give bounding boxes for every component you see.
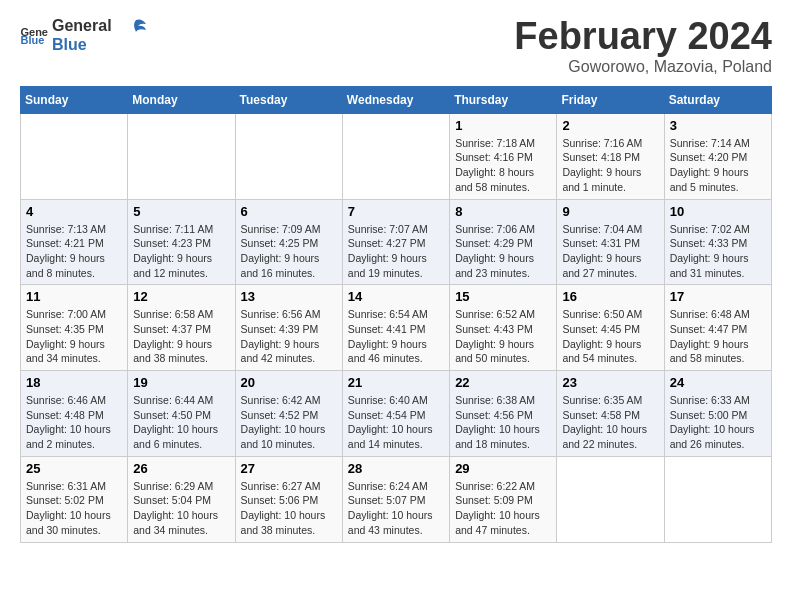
calendar-cell <box>557 456 664 542</box>
day-info: Sunrise: 7:11 AM Sunset: 4:23 PM Dayligh… <box>133 222 229 281</box>
calendar-cell: 10Sunrise: 7:02 AM Sunset: 4:33 PM Dayli… <box>664 199 771 285</box>
day-info: Sunrise: 7:18 AM Sunset: 4:16 PM Dayligh… <box>455 136 551 195</box>
day-number: 20 <box>241 375 337 390</box>
day-info: Sunrise: 6:22 AM Sunset: 5:09 PM Dayligh… <box>455 479 551 538</box>
day-info: Sunrise: 6:44 AM Sunset: 4:50 PM Dayligh… <box>133 393 229 452</box>
day-number: 1 <box>455 118 551 133</box>
title-block: February 2024 Goworowo, Mazovia, Poland <box>514 16 772 76</box>
weekday-saturday: Saturday <box>664 86 771 113</box>
subtitle: Goworowo, Mazovia, Poland <box>514 58 772 76</box>
calendar-cell: 8Sunrise: 7:06 AM Sunset: 4:29 PM Daylig… <box>450 199 557 285</box>
calendar-cell: 6Sunrise: 7:09 AM Sunset: 4:25 PM Daylig… <box>235 199 342 285</box>
logo-blue-text: Blue <box>52 35 112 54</box>
calendar-cell: 2Sunrise: 7:16 AM Sunset: 4:18 PM Daylig… <box>557 113 664 199</box>
day-info: Sunrise: 6:42 AM Sunset: 4:52 PM Dayligh… <box>241 393 337 452</box>
day-number: 15 <box>455 289 551 304</box>
weekday-wednesday: Wednesday <box>342 86 449 113</box>
day-info: Sunrise: 7:13 AM Sunset: 4:21 PM Dayligh… <box>26 222 122 281</box>
week-row-4: 18Sunrise: 6:46 AM Sunset: 4:48 PM Dayli… <box>21 371 772 457</box>
calendar-cell: 26Sunrise: 6:29 AM Sunset: 5:04 PM Dayli… <box>128 456 235 542</box>
day-number: 18 <box>26 375 122 390</box>
weekday-friday: Friday <box>557 86 664 113</box>
day-info: Sunrise: 7:00 AM Sunset: 4:35 PM Dayligh… <box>26 307 122 366</box>
day-info: Sunrise: 6:35 AM Sunset: 4:58 PM Dayligh… <box>562 393 658 452</box>
day-number: 28 <box>348 461 444 476</box>
calendar-cell: 13Sunrise: 6:56 AM Sunset: 4:39 PM Dayli… <box>235 285 342 371</box>
calendar-body: 1Sunrise: 7:18 AM Sunset: 4:16 PM Daylig… <box>21 113 772 542</box>
day-info: Sunrise: 6:24 AM Sunset: 5:07 PM Dayligh… <box>348 479 444 538</box>
day-number: 10 <box>670 204 766 219</box>
calendar-cell <box>21 113 128 199</box>
calendar-cell: 14Sunrise: 6:54 AM Sunset: 4:41 PM Dayli… <box>342 285 449 371</box>
day-info: Sunrise: 6:54 AM Sunset: 4:41 PM Dayligh… <box>348 307 444 366</box>
calendar-cell: 4Sunrise: 7:13 AM Sunset: 4:21 PM Daylig… <box>21 199 128 285</box>
day-info: Sunrise: 6:56 AM Sunset: 4:39 PM Dayligh… <box>241 307 337 366</box>
week-row-5: 25Sunrise: 6:31 AM Sunset: 5:02 PM Dayli… <box>21 456 772 542</box>
day-number: 16 <box>562 289 658 304</box>
day-number: 23 <box>562 375 658 390</box>
svg-text:Blue: Blue <box>20 34 44 46</box>
calendar-cell: 25Sunrise: 6:31 AM Sunset: 5:02 PM Dayli… <box>21 456 128 542</box>
day-number: 17 <box>670 289 766 304</box>
calendar-cell: 15Sunrise: 6:52 AM Sunset: 4:43 PM Dayli… <box>450 285 557 371</box>
day-info: Sunrise: 6:31 AM Sunset: 5:02 PM Dayligh… <box>26 479 122 538</box>
day-number: 2 <box>562 118 658 133</box>
day-number: 5 <box>133 204 229 219</box>
day-number: 7 <box>348 204 444 219</box>
logo: General Blue General Blue <box>20 16 148 54</box>
main-title: February 2024 <box>514 16 772 58</box>
day-number: 19 <box>133 375 229 390</box>
week-row-1: 1Sunrise: 7:18 AM Sunset: 4:16 PM Daylig… <box>21 113 772 199</box>
calendar-table: SundayMondayTuesdayWednesdayThursdayFrid… <box>20 86 772 543</box>
day-number: 11 <box>26 289 122 304</box>
day-info: Sunrise: 7:16 AM Sunset: 4:18 PM Dayligh… <box>562 136 658 195</box>
day-info: Sunrise: 6:29 AM Sunset: 5:04 PM Dayligh… <box>133 479 229 538</box>
calendar-cell: 12Sunrise: 6:58 AM Sunset: 4:37 PM Dayli… <box>128 285 235 371</box>
day-info: Sunrise: 6:33 AM Sunset: 5:00 PM Dayligh… <box>670 393 766 452</box>
calendar-cell: 7Sunrise: 7:07 AM Sunset: 4:27 PM Daylig… <box>342 199 449 285</box>
calendar-cell: 3Sunrise: 7:14 AM Sunset: 4:20 PM Daylig… <box>664 113 771 199</box>
day-number: 25 <box>26 461 122 476</box>
day-info: Sunrise: 6:58 AM Sunset: 4:37 PM Dayligh… <box>133 307 229 366</box>
calendar-cell: 29Sunrise: 6:22 AM Sunset: 5:09 PM Dayli… <box>450 456 557 542</box>
day-info: Sunrise: 6:40 AM Sunset: 4:54 PM Dayligh… <box>348 393 444 452</box>
weekday-thursday: Thursday <box>450 86 557 113</box>
day-number: 22 <box>455 375 551 390</box>
day-info: Sunrise: 6:50 AM Sunset: 4:45 PM Dayligh… <box>562 307 658 366</box>
day-number: 4 <box>26 204 122 219</box>
day-number: 21 <box>348 375 444 390</box>
day-info: Sunrise: 7:02 AM Sunset: 4:33 PM Dayligh… <box>670 222 766 281</box>
calendar-cell: 19Sunrise: 6:44 AM Sunset: 4:50 PM Dayli… <box>128 371 235 457</box>
calendar-cell: 5Sunrise: 7:11 AM Sunset: 4:23 PM Daylig… <box>128 199 235 285</box>
calendar-cell: 17Sunrise: 6:48 AM Sunset: 4:47 PM Dayli… <box>664 285 771 371</box>
calendar-cell: 27Sunrise: 6:27 AM Sunset: 5:06 PM Dayli… <box>235 456 342 542</box>
day-number: 13 <box>241 289 337 304</box>
day-number: 8 <box>455 204 551 219</box>
week-row-2: 4Sunrise: 7:13 AM Sunset: 4:21 PM Daylig… <box>21 199 772 285</box>
day-number: 9 <box>562 204 658 219</box>
day-info: Sunrise: 6:48 AM Sunset: 4:47 PM Dayligh… <box>670 307 766 366</box>
calendar-cell: 18Sunrise: 6:46 AM Sunset: 4:48 PM Dayli… <box>21 371 128 457</box>
day-number: 29 <box>455 461 551 476</box>
calendar-header: SundayMondayTuesdayWednesdayThursdayFrid… <box>21 86 772 113</box>
day-info: Sunrise: 7:04 AM Sunset: 4:31 PM Dayligh… <box>562 222 658 281</box>
day-info: Sunrise: 6:46 AM Sunset: 4:48 PM Dayligh… <box>26 393 122 452</box>
week-row-3: 11Sunrise: 7:00 AM Sunset: 4:35 PM Dayli… <box>21 285 772 371</box>
calendar-cell: 1Sunrise: 7:18 AM Sunset: 4:16 PM Daylig… <box>450 113 557 199</box>
day-info: Sunrise: 7:14 AM Sunset: 4:20 PM Dayligh… <box>670 136 766 195</box>
day-info: Sunrise: 7:06 AM Sunset: 4:29 PM Dayligh… <box>455 222 551 281</box>
day-number: 14 <box>348 289 444 304</box>
header: General Blue General Blue February 2024 … <box>20 16 772 76</box>
weekday-sunday: Sunday <box>21 86 128 113</box>
logo-general-text: General <box>52 16 112 35</box>
day-number: 12 <box>133 289 229 304</box>
calendar-cell <box>128 113 235 199</box>
calendar-cell: 23Sunrise: 6:35 AM Sunset: 4:58 PM Dayli… <box>557 371 664 457</box>
weekday-tuesday: Tuesday <box>235 86 342 113</box>
day-info: Sunrise: 7:09 AM Sunset: 4:25 PM Dayligh… <box>241 222 337 281</box>
day-info: Sunrise: 6:27 AM Sunset: 5:06 PM Dayligh… <box>241 479 337 538</box>
calendar-cell: 28Sunrise: 6:24 AM Sunset: 5:07 PM Dayli… <box>342 456 449 542</box>
day-number: 24 <box>670 375 766 390</box>
day-number: 27 <box>241 461 337 476</box>
calendar-cell <box>235 113 342 199</box>
